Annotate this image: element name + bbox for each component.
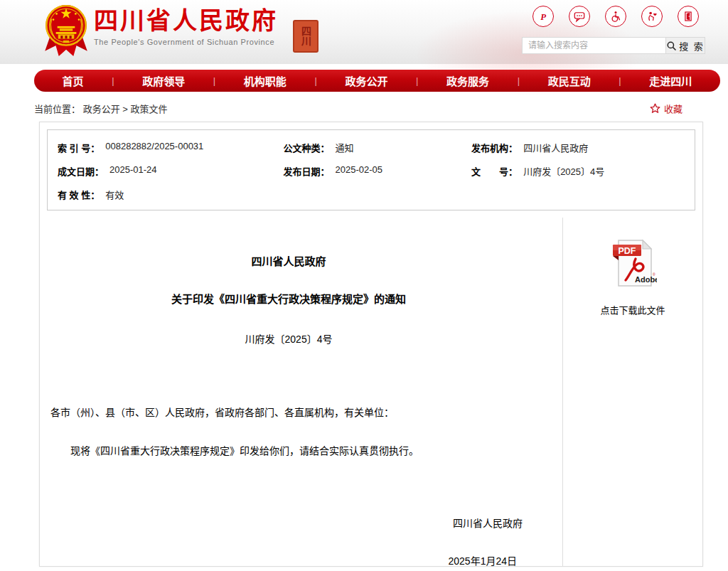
breadcrumb-section[interactable]: 政务公开 xyxy=(83,104,120,114)
svg-text:P: P xyxy=(540,12,546,22)
site-search: 搜 索 xyxy=(522,37,705,54)
breadcrumb-row: 当前位置： 政务公开 > 政策文件 收藏 xyxy=(34,102,682,115)
nav-separator: | xyxy=(213,75,215,86)
breadcrumb-prefix: 当前位置： xyxy=(34,104,80,114)
download-link[interactable]: 点击下载此文件 xyxy=(563,303,702,316)
download-sidebar: PDF Adobe ® 点击下载此文件 xyxy=(562,218,702,567)
search-button-label: 搜 索 xyxy=(679,39,705,53)
svg-text:®: ® xyxy=(653,272,655,277)
favorite-label: 收藏 xyxy=(664,102,682,115)
meta-index-no: 索 引 号： 008282882/2025-00031 xyxy=(58,141,284,154)
nav-item-about-sichuan[interactable]: 走进四川 xyxy=(649,73,692,88)
nav-item-home[interactable]: 首页 xyxy=(63,73,84,88)
meta-written-date: 成文日期： 2025-01-24 xyxy=(58,164,284,178)
document-title: 关于印发《四川省重大行政决策程序规定》的通知 xyxy=(50,291,527,306)
nav-separator: | xyxy=(314,75,316,86)
site-title-block: 四川省人民政府 The People's Government of Sichu… xyxy=(94,6,278,46)
document-org-title: 四川省人民政府 xyxy=(50,253,527,268)
nav-item-leaders[interactable]: 政府领导 xyxy=(142,73,185,88)
breadcrumb-separator: > xyxy=(122,104,128,114)
site-header: 四川省人民政府 The People's Government of Sichu… xyxy=(0,0,728,64)
pdf-file-icon[interactable]: PDF Adobe ® xyxy=(609,236,657,292)
document-signature: 四川省人民政府 xyxy=(50,516,527,530)
meta-issuing-agency: 发布机构： 四川省人民政府 xyxy=(471,141,685,154)
header-quick-icons: P xyxy=(532,6,699,27)
site-title: 四川省人民政府 xyxy=(94,6,278,36)
main-nav: 首页 | 政府领导 | 机构职能 | 政务公开 | 政务服务 | 政民互动 | … xyxy=(34,70,720,92)
content-row: 四川省人民政府 关于印发《四川省重大行政决策程序规定》的通知 川府发〔2025〕… xyxy=(40,218,702,567)
star-icon xyxy=(649,102,661,114)
nav-separator: | xyxy=(518,75,520,86)
nav-separator: | xyxy=(112,75,114,86)
elder-care-icon[interactable] xyxy=(641,6,663,27)
national-emblem-logo xyxy=(44,3,88,57)
meta-doc-type: 公文种类： 通知 xyxy=(284,141,472,154)
document-date: 2025年1月24日 xyxy=(50,553,527,567)
p-media-icon[interactable]: P xyxy=(532,6,554,27)
nav-item-gov-info[interactable]: 政务公开 xyxy=(345,73,387,88)
meta-doc-number: 文 号： 川府发〔2025〕4号 xyxy=(471,164,685,178)
door-exit-icon[interactable] xyxy=(678,6,699,27)
nav-item-services[interactable]: 政务服务 xyxy=(446,73,489,88)
search-input[interactable] xyxy=(522,37,665,54)
nav-item-interaction[interactable]: 政民互动 xyxy=(548,73,591,88)
nav-separator: | xyxy=(619,75,621,86)
nav-item-functions[interactable]: 机构职能 xyxy=(244,73,287,88)
breadcrumb-page[interactable]: 政策文件 xyxy=(131,104,168,114)
nav-separator: | xyxy=(416,75,418,86)
meta-validity: 有 效 性： 有效 xyxy=(58,188,284,201)
red-seal-stamp: 四川 xyxy=(293,20,318,53)
chat-bubble-icon[interactable] xyxy=(569,6,590,27)
document-container: 索 引 号： 008282882/2025-00031 公文种类： 通知 发布机… xyxy=(39,122,703,567)
search-button[interactable]: 搜 索 xyxy=(665,37,705,54)
site-subtitle: The People's Government of Sichuan Provi… xyxy=(94,38,278,46)
document-number: 川府发〔2025〕4号 xyxy=(50,331,527,346)
wheelchair-accessibility-icon[interactable] xyxy=(605,6,626,27)
meta-publish-date: 发布日期： 2025-02-05 xyxy=(284,164,472,178)
document-salutation: 各市（州）、县（市、区）人民政府，省政府各部门、各直属机构，有关单位： xyxy=(50,405,527,420)
magnifier-icon xyxy=(666,41,677,51)
svg-text:PDF: PDF xyxy=(619,246,636,256)
breadcrumb: 当前位置： 政务公开 > 政策文件 xyxy=(34,102,168,115)
document-meta-table: 索 引 号： 008282882/2025-00031 公文种类： 通知 发布机… xyxy=(47,129,695,210)
document-paragraph: 现将《四川省重大行政决策程序规定》印发给你们，请结合实际认真贯彻执行。 xyxy=(50,444,527,459)
favorite-button[interactable]: 收藏 xyxy=(649,102,682,115)
document-body: 四川省人民政府 关于印发《四川省重大行政决策程序规定》的通知 川府发〔2025〕… xyxy=(40,218,562,567)
